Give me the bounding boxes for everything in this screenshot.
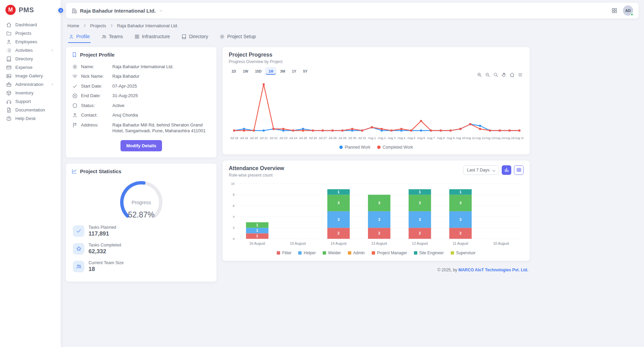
svg-text:10 August: 10 August bbox=[493, 241, 509, 245]
legend-supervisor[interactable]: Supervisor bbox=[451, 251, 476, 255]
svg-text:Jul 30: Jul 30 bbox=[348, 136, 356, 140]
range-1m[interactable]: 1M bbox=[265, 67, 276, 75]
svg-text:Aug 3: Aug 3 bbox=[388, 136, 396, 140]
svg-text:Jul 28: Jul 28 bbox=[328, 136, 337, 140]
pan-icon[interactable] bbox=[501, 72, 506, 77]
gear-icon bbox=[72, 64, 78, 70]
gear-icon bbox=[220, 34, 225, 39]
svg-text:0: 0 bbox=[233, 237, 235, 240]
legend-site-engineer[interactable]: Site Engineer bbox=[414, 251, 444, 255]
chevron-right-icon bbox=[50, 82, 54, 87]
svg-text:Aug 15: Aug 15 bbox=[505, 136, 514, 140]
svg-text:10: 10 bbox=[231, 182, 235, 185]
sidebar-item-documentation[interactable]: Documentation bbox=[0, 106, 61, 114]
svg-text:Aug 13: Aug 13 bbox=[485, 136, 495, 140]
attendance-card-title: Attendance Overview bbox=[229, 165, 284, 171]
legend-planned-work[interactable]: Planned Work bbox=[339, 145, 370, 150]
svg-text:13 August: 13 August bbox=[371, 241, 387, 245]
folder-icon bbox=[6, 31, 12, 36]
zoom-out-icon[interactable] bbox=[485, 72, 490, 77]
book-icon bbox=[6, 56, 12, 62]
logo-icon: M bbox=[5, 5, 16, 15]
footer-link[interactable]: MARCO AIoT Technologies Pvt. Ltd. bbox=[458, 268, 528, 272]
bar-chart-legend: FitterHelperWelderAdminProject ManagerSi… bbox=[229, 249, 524, 257]
breadcrumb-item-projects[interactable]: Projects bbox=[90, 23, 106, 28]
tab-bar: Profile Teams Infrastructure Directory P… bbox=[66, 32, 639, 43]
chevron-right-icon bbox=[82, 23, 87, 28]
svg-text:1: 1 bbox=[256, 223, 258, 227]
svg-text:15 August: 15 August bbox=[290, 241, 306, 245]
stat-current-team-size: Current Team Size 18 bbox=[71, 258, 211, 275]
svg-text:14 August: 14 August bbox=[331, 241, 347, 245]
sidebar-item-dashboard[interactable]: Dashboard bbox=[0, 20, 61, 29]
app-logo[interactable]: M PMS bbox=[0, 0, 61, 20]
svg-text:3: 3 bbox=[337, 201, 339, 205]
star-icon bbox=[76, 246, 82, 252]
sidebar-item-employees[interactable]: Employees bbox=[0, 37, 61, 46]
progress-line-chart: Jul 18Jul 19Jul 20Jul 21Jul 22Jul 23Jul … bbox=[229, 76, 524, 143]
table-view-toggle[interactable] bbox=[514, 165, 524, 175]
zoom-in-icon[interactable] bbox=[477, 72, 482, 77]
sidebar-collapse-button[interactable] bbox=[58, 7, 64, 14]
company-name: Raja Bahadur International Ltd. bbox=[80, 8, 156, 14]
svg-text:3: 3 bbox=[378, 201, 380, 205]
svg-text:Jul 18: Jul 18 bbox=[230, 136, 238, 140]
sidebar: M PMS Dashboard Projects Employees Activ… bbox=[0, 0, 61, 347]
range-1d[interactable]: 1D bbox=[229, 67, 239, 75]
sidebar-item-image-gallery[interactable]: Image Gallery bbox=[0, 72, 61, 80]
profile-card-title: Project Profile bbox=[71, 52, 211, 58]
avatar[interactable]: AD bbox=[623, 5, 633, 16]
profile-field-address-: Address: Raja Bahadur Mill Rd, behind Sh… bbox=[71, 120, 211, 136]
chart-menu-icon[interactable] bbox=[518, 72, 523, 77]
chart-view-toggle[interactable] bbox=[502, 165, 511, 175]
footer: © 2025, by MARCO AIoT Technologies Pvt. … bbox=[223, 267, 530, 272]
sidebar-item-inventory[interactable]: Inventory bbox=[0, 89, 61, 97]
range-1y[interactable]: 1Y bbox=[289, 67, 299, 75]
sidebar-item-projects[interactable]: Projects bbox=[0, 29, 61, 37]
sidebar-item-activities[interactable]: Activities bbox=[0, 46, 61, 55]
apps-grid-button[interactable] bbox=[611, 7, 617, 14]
svg-text:Aug 1: Aug 1 bbox=[368, 136, 376, 140]
legend-helper[interactable]: Helper bbox=[298, 251, 316, 255]
tab-directory[interactable]: Directory bbox=[181, 32, 209, 43]
legend-completed-work[interactable]: Completed Work bbox=[377, 145, 413, 150]
progress-gauge: Progress 52.87% bbox=[71, 178, 211, 219]
svg-text:Aug 4: Aug 4 bbox=[398, 136, 405, 140]
tab-profile[interactable]: Profile bbox=[68, 32, 91, 43]
sidebar-item-administration[interactable]: Administration bbox=[0, 80, 61, 89]
range-1w[interactable]: 1W bbox=[240, 67, 251, 75]
company-selector[interactable]: Raja Bahadur International Ltd. bbox=[71, 8, 163, 14]
reset-zoom-home-icon[interactable] bbox=[510, 72, 515, 77]
stat-tasks-planned: Tasks Planned 117,891 bbox=[71, 222, 211, 240]
svg-text:2: 2 bbox=[337, 231, 339, 235]
tab-infrastructure[interactable]: Infrastructure bbox=[134, 32, 171, 43]
range-5y[interactable]: 5Y bbox=[300, 67, 310, 75]
project-progress-card: Project Progress Progress Overview by Pr… bbox=[223, 47, 530, 154]
range-3m[interactable]: 3M bbox=[277, 67, 288, 75]
svg-text:1: 1 bbox=[256, 234, 258, 238]
profile-field-name-: Name: Raja Bahadur International Ltd. bbox=[71, 62, 211, 72]
range-15d[interactable]: 15D bbox=[252, 67, 264, 75]
progress-card-subtitle: Progress Overview by Project bbox=[229, 59, 524, 64]
sidebar-item-support[interactable]: Support bbox=[0, 97, 61, 106]
image-icon bbox=[6, 73, 12, 79]
sidebar-item-expense[interactable]: Expense bbox=[0, 63, 61, 72]
modify-details-button[interactable]: Modify Details bbox=[120, 140, 162, 151]
chart-line-icon bbox=[71, 168, 77, 174]
legend-fitter[interactable]: Fitter bbox=[277, 251, 291, 255]
selection-zoom-icon[interactable] bbox=[493, 72, 498, 77]
tab-project-setup[interactable]: Project Setup bbox=[219, 32, 256, 43]
svg-text:2: 2 bbox=[233, 226, 235, 229]
tab-teams[interactable]: Teams bbox=[101, 32, 124, 43]
grid-icon bbox=[134, 34, 140, 39]
attendance-filter-select[interactable]: Last 7 Days bbox=[463, 165, 499, 175]
sidebar-item-directory[interactable]: Directory bbox=[0, 55, 61, 63]
svg-text:Aug 6: Aug 6 bbox=[417, 136, 425, 140]
sidebar-item-help-desk[interactable]: Help Desk bbox=[0, 114, 61, 123]
attendance-overview-card: Attendance Overview Role-wise present co… bbox=[223, 161, 530, 261]
legend-project-manager[interactable]: Project Manager bbox=[372, 251, 407, 255]
legend-welder[interactable]: Welder bbox=[323, 251, 341, 255]
breadcrumb-item-home[interactable]: Home bbox=[67, 23, 79, 28]
legend-admin[interactable]: Admin bbox=[348, 251, 365, 255]
progress-card-title: Project Progress bbox=[229, 52, 524, 58]
